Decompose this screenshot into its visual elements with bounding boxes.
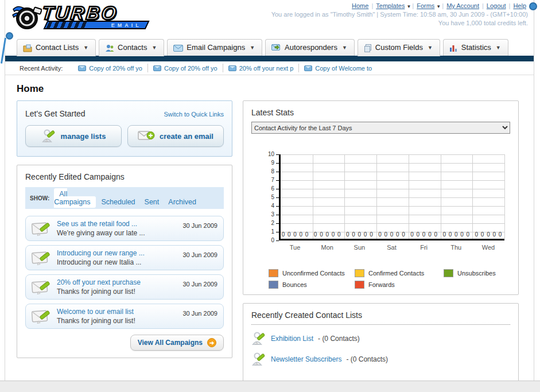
legend-item: Unsubscribes <box>444 269 510 277</box>
y-axis-tick-label: 6 <box>259 185 274 192</box>
contact-list-count: - (0 Contacts) <box>318 335 360 343</box>
data-value-label: 0 <box>282 231 285 238</box>
campaign-subtitle: Thanks for joining our list! <box>57 288 177 296</box>
chevron-down-icon: ▼ <box>342 45 347 51</box>
campaigns-panel-title: Recently Edited Campaigns <box>25 172 224 181</box>
campaign-pencil-icon <box>32 250 51 265</box>
y-axis-tick-label: 1 <box>259 228 274 235</box>
annotation-pin-right <box>529 2 537 10</box>
contact-list-link[interactable]: Exhibition List <box>271 335 313 343</box>
y-axis-tick-label: 8 <box>259 168 274 174</box>
page-title: Home <box>17 83 519 95</box>
login-status-line: You are logged in as "Timothy Smith" | S… <box>271 11 528 18</box>
filter-tab-sent[interactable]: Sent <box>145 198 160 206</box>
top-link-my-account[interactable]: My Account <box>446 2 479 9</box>
top-link-templates[interactable]: Templates <box>376 2 405 9</box>
latest-stats-panel: Latest Stats Contact Activity for the La… <box>243 100 519 295</box>
recent-activity-item[interactable]: Copy of 20% off yo <box>148 64 223 72</box>
recent-activity-link[interactable]: 20% off your next p <box>239 65 294 72</box>
switch-quick-links-link[interactable]: Switch to Quick Links <box>164 111 224 118</box>
view-all-campaigns-button[interactable]: View All Campaigns ➜ <box>130 335 224 351</box>
tab-email-campaigns[interactable]: Email Campaigns▼ <box>167 39 262 56</box>
person-pencil-icon <box>41 129 56 143</box>
tab-custom-fields[interactable]: Custom Fields▼ <box>358 39 440 56</box>
tab-contact-lists[interactable]: Contact Lists▼ <box>17 39 96 56</box>
data-value-label: 0 <box>314 231 317 238</box>
button-label: create an email <box>160 132 213 141</box>
contact-list-item[interactable]: Newsletter Subscribers - (0 Contacts) <box>251 352 510 366</box>
filter-tab-scheduled[interactable]: Scheduled <box>102 198 135 206</box>
chevron-down-icon: ▼ <box>83 45 88 51</box>
legend-item: Forwards <box>355 281 444 289</box>
campaign-date: 30 Jun 2009 <box>182 281 217 288</box>
nav-divider-bar <box>5 56 534 61</box>
recent-activity-link[interactable]: Copy of Welcome to <box>315 65 372 72</box>
data-value-label: 0 <box>434 231 437 238</box>
campaign-title-link[interactable]: Introducing our new range ... <box>57 249 177 257</box>
tab-statistics[interactable]: Statistics▼ <box>443 39 508 56</box>
campaign-subtitle: Thanks for joining our list! <box>57 317 177 325</box>
data-value-label: 0 <box>410 231 414 238</box>
campaign-row[interactable]: See us at the retail food ...We're givin… <box>25 216 224 241</box>
envelope-icon <box>78 65 86 71</box>
campaigns-filter-bar: SHOW: All CampaignsScheduledSentArchived <box>25 187 224 209</box>
chart-legend: Unconfirmed ContactsConfirmed ContactsUn… <box>269 269 510 289</box>
data-value-label: 0 <box>364 231 367 238</box>
campaign-row[interactable]: Welcome to our email listThanks for join… <box>25 304 224 329</box>
top-link-forms[interactable]: Forms <box>417 2 434 9</box>
data-value-label: 0 <box>390 231 394 238</box>
annotation-pin-left <box>6 32 13 40</box>
get-started-title: Let's Get Started <box>25 109 86 118</box>
top-link-help[interactable]: Help <box>513 2 526 9</box>
envelope-icon <box>173 43 183 52</box>
y-axis-tick-label: 5 <box>259 194 274 200</box>
logo-email-bar: EMAIL <box>44 21 150 29</box>
legend-swatch <box>269 281 278 289</box>
campaign-title-link[interactable]: Welcome to our email list <box>57 308 177 316</box>
recent-activity-item[interactable]: Copy of Welcome to <box>299 64 377 72</box>
legend-item: Bounces <box>269 281 355 289</box>
contact-list-item[interactable]: Exhibition List - (0 Contacts) <box>251 332 510 346</box>
top-link-logout[interactable]: Logout <box>487 2 506 9</box>
top-nav-links: Home|Templates▼|Forms▼|My Account|Logout… <box>271 2 528 9</box>
recent-activity-link[interactable]: Copy of 20% off yo <box>89 65 142 72</box>
top-link-home[interactable]: Home <box>352 2 368 9</box>
legend-label: Bounces <box>282 281 307 288</box>
stats-report-select[interactable]: Contact Activity for the Last 7 Days <box>251 122 510 134</box>
y-axis-tick-label: 0 <box>259 237 274 243</box>
logo-stripes <box>46 22 89 28</box>
manage-lists-button[interactable]: manage lists <box>25 125 122 147</box>
create-an-email-button[interactable]: create an email <box>127 125 224 147</box>
recent-activity-item[interactable]: Copy of 20% off yo <box>73 64 148 72</box>
filter-tab-archived[interactable]: Archived <box>168 198 196 206</box>
data-value-label: 0 <box>454 231 458 238</box>
campaign-row[interactable]: Introducing our new range ...Introducing… <box>25 245 224 270</box>
view-all-campaigns-label: View All Campaigns <box>138 339 203 347</box>
contact-lists-title: Recently Created Contact Lists <box>251 311 510 325</box>
recent-activity-label: Recent Activity: <box>20 65 63 72</box>
filter-tab-all-campaigns[interactable]: All Campaigns <box>54 188 95 208</box>
value-label-group: 00000 <box>408 154 440 240</box>
contact-list-link[interactable]: Newsletter Subscribers <box>271 355 341 363</box>
tab-autoresponders[interactable]: Autoresponders▼ <box>265 39 355 56</box>
legend-swatch <box>355 281 364 289</box>
footer-strip <box>0 381 540 392</box>
campaign-title-link[interactable]: See us at the retail food ... <box>57 220 177 228</box>
envelope-plus-icon <box>138 130 155 142</box>
data-value-label: 0 <box>492 231 496 238</box>
y-axis-tick-label: 2 <box>259 220 274 226</box>
tab-contacts[interactable]: Contacts▼ <box>99 39 164 56</box>
campaign-title-link[interactable]: 20% off your next purchase <box>57 278 177 286</box>
campaign-row[interactable]: 20% off your next purchaseThanks for joi… <box>25 274 224 300</box>
legend-label: Unsubscribes <box>457 270 496 277</box>
bar-chart-icon <box>449 43 458 52</box>
chevron-down-icon: ▼ <box>406 4 411 9</box>
show-label: SHOW: <box>30 195 49 201</box>
data-value-label: 0 <box>352 231 355 238</box>
recent-activity-link[interactable]: Copy of 20% off yo <box>164 65 217 72</box>
recent-activity-item[interactable]: 20% off your next p <box>223 64 300 72</box>
tab-label: Statistics <box>461 43 491 52</box>
campaign-pencil-icon <box>32 221 51 236</box>
link-separator: | <box>412 2 414 9</box>
chevron-down-icon: ▼ <box>250 45 255 51</box>
